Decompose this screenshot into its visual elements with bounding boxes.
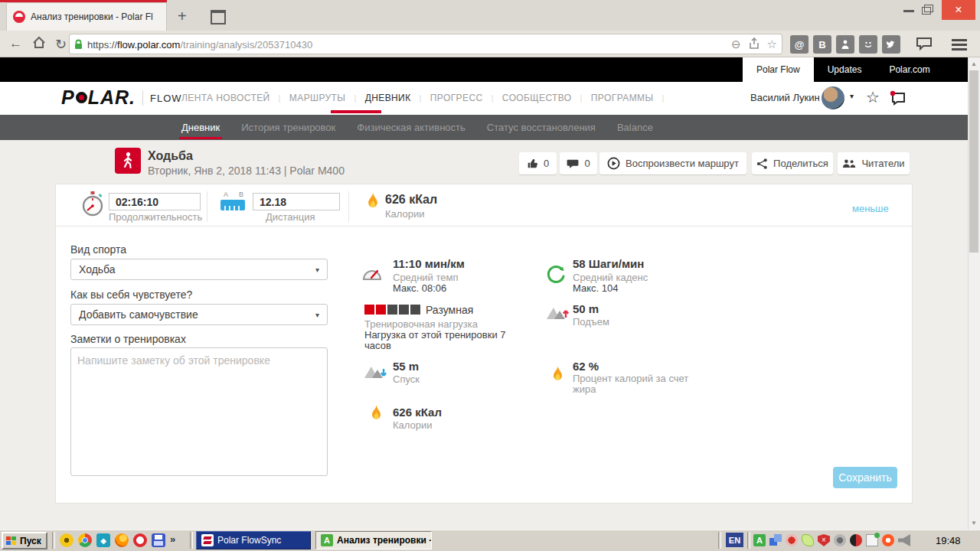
quicklaunch-overflow[interactable]: » (170, 533, 175, 545)
language-indicator[interactable]: EN (726, 533, 743, 547)
taskbar-separator (52, 532, 55, 549)
nav-routes[interactable]: МАРШРУТЫ (289, 93, 346, 103)
windows-flag-icon (6, 536, 17, 546)
user-name[interactable]: Василий Лукин (750, 92, 820, 103)
tray-amigo-icon[interactable]: А (753, 534, 766, 546)
reload-icon[interactable]: ↻ (55, 36, 67, 53)
tab-updates[interactable]: Updates (814, 57, 876, 82)
subnav-activity[interactable]: Физическая активность (357, 122, 466, 133)
tray-browser-icon[interactable] (850, 534, 862, 546)
pace-max: Макс. 08:06 (393, 282, 446, 294)
task-polar-flowsync[interactable]: Polar FlowSync (196, 531, 311, 549)
sport-type-select[interactable]: Ходьба▾ (70, 259, 328, 280)
minimize-button[interactable] (903, 10, 914, 12)
site-tabs: Polar Flow Updates Polar.com (743, 57, 944, 82)
replay-route-button[interactable]: Воспроизвести маршрут (599, 152, 746, 174)
tab-polar-flow[interactable]: Polar Flow (743, 57, 814, 82)
tray-app-icon[interactable] (786, 534, 798, 546)
chat-toolbar-icon[interactable] (916, 37, 933, 54)
quicklaunch-save-icon[interactable] (152, 533, 165, 547)
calories-flame-icon (366, 192, 380, 215)
comment-button[interactable]: 0 (560, 152, 597, 174)
tray-record-icon[interactable] (882, 534, 894, 546)
tray-mail-icon[interactable] (866, 534, 878, 546)
like-button[interactable]: 0 (519, 152, 557, 174)
share-page-icon[interactable] (749, 37, 760, 50)
subnav-history[interactable]: История тренировок (241, 122, 335, 133)
calories-flame-icon (370, 405, 383, 426)
feeling-select[interactable]: Добавить самочувствие▾ (70, 304, 328, 325)
close-button[interactable]: × (942, 0, 975, 20)
calories-stat-value: 626 кКал (393, 406, 442, 419)
scroll-down-icon[interactable]: ▼ (971, 520, 977, 527)
ascent-label: Подъем (573, 316, 609, 328)
taskbar-separator (190, 532, 193, 549)
twitter-extension-icon[interactable] (882, 35, 900, 54)
nav-progress[interactable]: ПРОГРЕСС (430, 93, 483, 103)
nav-diary[interactable]: ДНЕВНИК (365, 93, 411, 103)
cadence-icon (545, 264, 567, 289)
menu-icon[interactable] (952, 37, 967, 53)
scroll-up-icon[interactable]: ▲ (971, 60, 977, 67)
reader-mode-icon[interactable]: ⊖ (731, 37, 741, 51)
task-browser[interactable]: А Анализ тренировки - ... (315, 531, 432, 549)
save-button[interactable]: Сохранить (833, 467, 897, 488)
user-avatar[interactable] (822, 86, 844, 109)
cadence-max: Макс. 104 (573, 282, 618, 294)
subnav-diary[interactable]: Дневник (181, 122, 220, 133)
descent-icon (363, 362, 387, 383)
duration-input[interactable] (109, 193, 201, 210)
ascent-value: 50 m (573, 302, 599, 315)
nav-programs[interactable]: ПРОГРАММЫ (591, 93, 654, 103)
quicklaunch-app-icon[interactable] (60, 533, 74, 547)
scrollbar-thumb[interactable] (969, 70, 978, 253)
show-less-link[interactable]: меньше (852, 203, 889, 214)
distance-ruler-icon: AB (220, 191, 247, 214)
subnav-recovery[interactable]: Статус восстановления (487, 122, 596, 133)
walking-sport-icon (115, 148, 141, 174)
bookmark-star-icon[interactable]: ☆ (767, 37, 777, 51)
start-button[interactable]: Пуск (2, 532, 47, 549)
notifications-icon[interactable] (890, 90, 906, 109)
quicklaunch-opera-icon[interactable] (133, 533, 147, 547)
user-menu-caret-icon[interactable]: ▾ (850, 92, 854, 100)
mailru-extension-icon[interactable]: @ (790, 35, 808, 54)
summary-bottom-divider (55, 226, 913, 227)
logo-o-red-dot (76, 92, 87, 103)
back-icon[interactable]: ← (9, 36, 22, 51)
quicklaunch-firefox-icon[interactable] (115, 533, 129, 547)
home-icon[interactable] (32, 36, 46, 53)
browser-tab[interactable]: Анализ тренировки - Polar Flow (6, 2, 167, 31)
odnoklassniki-extension-icon[interactable] (836, 35, 854, 54)
moymir-extension-icon[interactable] (859, 35, 877, 54)
tray-camera-icon[interactable] (834, 534, 846, 546)
quicklaunch-chrome-icon[interactable] (78, 533, 92, 547)
polar-logo[interactable]: PLAR. (61, 86, 136, 109)
tray-network-icon[interactable] (769, 534, 782, 546)
restore-button[interactable] (922, 7, 931, 15)
flowsync-icon (201, 534, 214, 546)
comment-bubble-icon (567, 158, 579, 169)
favorites-star-icon[interactable]: ☆ (866, 88, 880, 106)
quicklaunch-app2-icon[interactable]: ◆ (96, 533, 110, 547)
notes-textarea[interactable] (70, 347, 328, 476)
share-button[interactable]: Поделиться (752, 152, 833, 174)
session-meta: Вторник, Янв 2, 2018 11:43 | Polar M400 (148, 165, 345, 177)
nav-community[interactable]: СООБЩЕСТВО (502, 93, 572, 103)
sport-type-label: Вид спорта (70, 243, 126, 256)
vk-extension-icon[interactable]: B (813, 35, 831, 54)
ascent-icon (545, 303, 570, 324)
load-label: Тренировочная нагрузка (364, 318, 478, 330)
nav-feed[interactable]: ЛЕНТА НОВОСТЕЙ (181, 93, 270, 103)
tab-polar-com[interactable]: Polar.com (875, 57, 943, 82)
new-tab-button[interactable]: + (178, 8, 187, 24)
distance-input[interactable] (253, 193, 340, 210)
people-icon (842, 158, 856, 168)
readers-button[interactable]: Читатели (838, 152, 910, 174)
url-bar[interactable]: https://flow.polar.com/training/analysis… (69, 34, 782, 54)
tab-groups-icon[interactable] (211, 10, 226, 24)
subnav-balance[interactable]: Balance (617, 122, 653, 133)
main-nav: ЛЕНТА НОВОСТЕЙ| МАРШРУТЫ| ДНЕВНИК| ПРОГР… (181, 93, 673, 103)
thumb-up-icon (527, 158, 538, 169)
pace-label: Средний темп (393, 272, 458, 283)
